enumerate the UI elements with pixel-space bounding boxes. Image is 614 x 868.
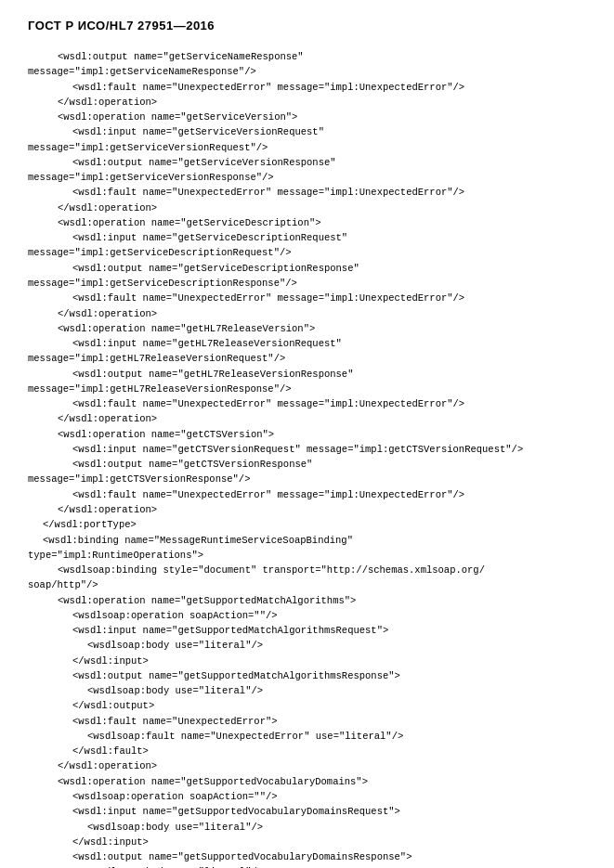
- code-line: <wsdl:input name="getServiceVersionReque…: [28, 124, 586, 139]
- code-line: </wsdl:operation>: [28, 201, 586, 215]
- code-line: <wsdl:output name="getSupportedMatchAlgo…: [28, 668, 586, 683]
- code-line: message="impl:getCTSVersionResponse"/>: [28, 472, 586, 486]
- code-line: <wsdlsoap:body use="literal"/>: [28, 683, 586, 698]
- code-line: <wsdl:input name="getSupportedVocabulary…: [28, 804, 586, 819]
- code-line: <wsdl:operation name="getServiceVersion"…: [28, 110, 586, 124]
- code-line: <wsdlsoap:operation soapAction=""/>: [28, 789, 586, 804]
- code-line: <wsdlsoap:binding style="document" trans…: [28, 563, 586, 577]
- code-line: </wsdl:output>: [28, 698, 586, 713]
- code-line: <wsdl:output name="getServiceDescription…: [28, 261, 586, 276]
- code-line: <wsdl:output name="getServiceNameRespons…: [28, 49, 586, 64]
- code-line: </wsdl:input>: [28, 835, 586, 849]
- code-line: <wsdl:fault name="UnexpectedError" messa…: [28, 185, 586, 200]
- code-line: <wsdl:output name="getSupportedVocabular…: [28, 849, 586, 864]
- code-line: <wsdlsoap:body use="literal"/>: [28, 820, 586, 835]
- code-line: <wsdl:output name="getCTSVersionResponse…: [28, 457, 586, 472]
- code-line: message="impl:getHL7ReleaseVersionReques…: [28, 351, 586, 366]
- code-line: </wsdl:operation>: [28, 95, 586, 110]
- code-line: <wsdl:operation name="getServiceDescript…: [28, 215, 586, 230]
- code-line: <wsdl:fault name="UnexpectedError" messa…: [28, 80, 586, 95]
- code-line: <wsdl:operation name="getHL7ReleaseVersi…: [28, 321, 586, 336]
- code-line: <wsdlsoap:body use="literal"/>: [28, 638, 586, 653]
- code-line: <wsdl:fault name="UnexpectedError" messa…: [28, 396, 586, 411]
- code-line: <wsdl:input name="getHL7ReleaseVersionRe…: [28, 336, 586, 351]
- code-line: message="impl:getServiceVersionRequest"/…: [28, 140, 586, 155]
- code-line: </wsdl:operation>: [28, 306, 586, 321]
- page-container: ГОСТ Р ИСО/HL7 27951—2016 <wsdl:output n…: [0, 0, 614, 868]
- code-line: <wsdl:operation name="getCTSVersion">: [28, 427, 586, 442]
- code-line: </wsdl:operation>: [28, 502, 586, 517]
- code-line: <wsdlsoap:operation soapAction=""/>: [28, 608, 586, 623]
- code-line: <wsdl:operation name="getSupportedMatchA…: [28, 593, 586, 608]
- code-line: <wsdl:output name="getHL7ReleaseVersionR…: [28, 367, 586, 382]
- document-title: ГОСТ Р ИСО/HL7 27951—2016: [28, 19, 215, 32]
- code-line: <wsdl:fault name="UnexpectedError" messa…: [28, 487, 586, 502]
- code-line: message="impl:getServiceDescriptionRespo…: [28, 276, 586, 291]
- code-line: <wsdl:output name="getServiceVersionResp…: [28, 155, 586, 170]
- code-line: <wsdlsoap:fault name="UnexpectedError" u…: [28, 729, 586, 744]
- code-line: <wsdlsoap:body use="literal"/>: [28, 864, 586, 868]
- code-line: </wsdl:operation>: [28, 758, 586, 773]
- code-line: type="impl:RuntimeOperations">: [28, 548, 586, 563]
- code-line: <wsdl:input name="getSupportedMatchAlgor…: [28, 623, 586, 638]
- code-line: <wsdl:input name="getCTSVersionRequest" …: [28, 442, 586, 457]
- page-header: ГОСТ Р ИСО/HL7 27951—2016: [28, 19, 586, 32]
- code-line: message="impl:getServiceVersionResponse"…: [28, 170, 586, 185]
- code-line: <wsdl:fault name="UnexpectedError">: [28, 714, 586, 729]
- code-line: </wsdl:portType>: [28, 517, 586, 532]
- code-line: <wsdl:fault name="UnexpectedError" messa…: [28, 291, 586, 305]
- code-line: </wsdl:operation>: [28, 411, 586, 426]
- code-line: <wsdl:input name="getServiceDescriptionR…: [28, 230, 586, 245]
- code-line: <wsdl:operation name="getSupportedVocabu…: [28, 774, 586, 789]
- code-block: <wsdl:output name="getServiceNameRespons…: [28, 49, 586, 868]
- code-line: message="impl:getHL7ReleaseVersionRespon…: [28, 382, 586, 396]
- code-line: soap/http"/>: [28, 577, 586, 592]
- code-line: <wsdl:binding name="MessageRuntimeServic…: [28, 533, 586, 548]
- code-line: </wsdl:input>: [28, 654, 586, 668]
- code-line: message="impl:getServiceNameResponse"/>: [28, 64, 586, 79]
- code-line: </wsdl:fault>: [28, 744, 586, 758]
- code-line: message="impl:getServiceDescriptionReque…: [28, 245, 586, 260]
